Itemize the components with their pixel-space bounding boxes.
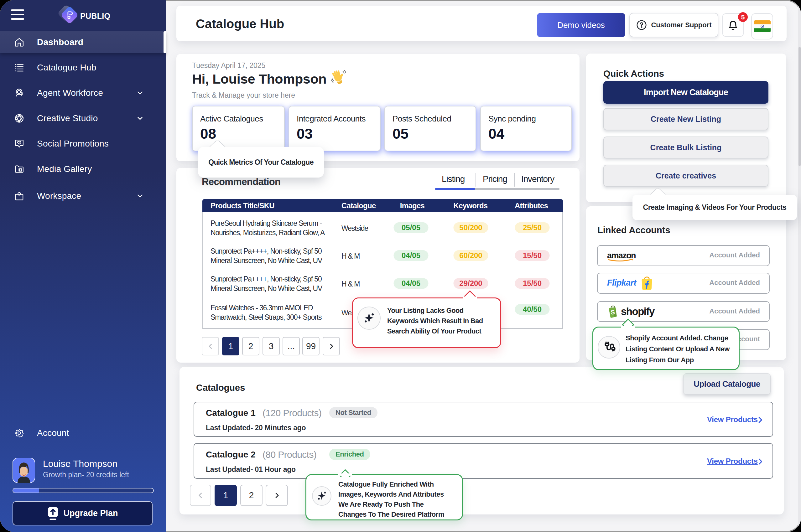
svg-text:amazon: amazon	[607, 251, 636, 260]
svg-text:S: S	[611, 309, 615, 316]
